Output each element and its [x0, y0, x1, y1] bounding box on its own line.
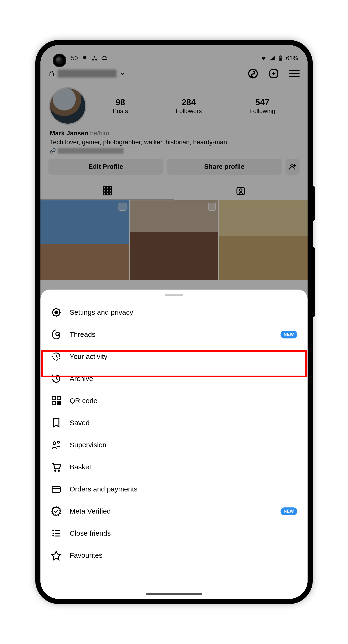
stat-following[interactable]: 547 Following	[249, 98, 275, 115]
camera-punch-hole	[53, 54, 66, 67]
svg-rect-30	[59, 404, 61, 405]
svg-rect-29	[57, 402, 59, 403]
close-friends-icon	[51, 528, 62, 539]
link-icon	[50, 148, 56, 154]
menu-label: QR code	[70, 397, 97, 405]
stat-followers[interactable]: 284 Followers	[176, 98, 202, 115]
qr-icon	[51, 395, 62, 406]
menu-label: Settings and privacy	[70, 308, 133, 316]
bio-text: Tech lover, gamer, photographer, walker,…	[50, 138, 298, 147]
card-icon	[51, 484, 62, 494]
edit-profile-button[interactable]: Edit Profile	[49, 159, 163, 175]
svg-point-23	[240, 189, 242, 191]
svg-rect-37	[52, 486, 61, 492]
menu-label: Orders and payments	[70, 485, 137, 493]
bookmark-icon	[51, 418, 62, 428]
svg-rect-20	[106, 193, 108, 195]
bio: Mark Jansen he/him Tech lover, gamer, ph…	[41, 127, 307, 159]
svg-rect-13	[104, 186, 106, 189]
menu-label: Meta Verified	[70, 507, 111, 515]
gear-icon	[51, 307, 62, 318]
carousel-icon	[119, 202, 127, 210]
power-button	[312, 186, 315, 221]
new-badge: NEW	[280, 331, 297, 338]
post-thumbnail[interactable]	[219, 200, 307, 280]
svg-point-1	[94, 56, 96, 58]
sheet-handle[interactable]	[165, 294, 183, 296]
svg-point-2	[95, 59, 97, 61]
add-friend-button[interactable]	[285, 159, 299, 175]
svg-point-34	[58, 442, 60, 443]
svg-rect-15	[109, 186, 111, 189]
verified-icon	[51, 506, 62, 516]
bottom-sheet: Settings and privacy Threads NEW Your ac…	[41, 290, 307, 599]
svg-rect-31	[57, 404, 59, 405]
svg-rect-6	[50, 73, 54, 76]
tab-grid[interactable]	[41, 182, 174, 200]
volume-button	[312, 247, 315, 317]
display-name: Mark Jansen	[50, 130, 88, 137]
share-icon	[92, 55, 98, 61]
svg-rect-16	[104, 190, 106, 192]
highlight-annotation	[41, 350, 307, 377]
screen: 50 61%	[41, 45, 307, 599]
signal-icon	[269, 55, 275, 61]
bio-link[interactable]	[50, 148, 298, 154]
menu-label: Basket	[70, 463, 91, 471]
grid-icon	[102, 186, 112, 196]
carousel-icon	[208, 202, 216, 210]
svg-point-25	[55, 311, 58, 314]
battery-icon	[277, 55, 283, 61]
menu-label: Threads	[70, 330, 96, 338]
menu-label: Supervision	[70, 441, 107, 449]
menu-basket[interactable]: Basket	[41, 456, 307, 478]
svg-rect-27	[57, 397, 60, 400]
svg-point-0	[92, 59, 94, 61]
wifi-icon	[260, 55, 267, 61]
phone-frame: 50 61%	[35, 40, 313, 604]
username-dropdown[interactable]	[49, 70, 126, 78]
cart-icon	[51, 462, 62, 472]
nav-bar-indicator[interactable]	[146, 593, 202, 595]
cloud-icon	[101, 55, 108, 61]
post-thumbnail[interactable]	[41, 200, 129, 280]
menu-meta-verified[interactable]: Meta Verified NEW	[41, 500, 307, 522]
menu-label: Favourites	[70, 552, 103, 560]
svg-marker-42	[52, 552, 61, 560]
menu-favourites[interactable]: Favourites	[41, 544, 307, 566]
notification-icon	[82, 55, 88, 61]
chevron-down-icon	[119, 70, 126, 76]
menu-label: Close friends	[70, 529, 111, 537]
svg-point-10	[291, 164, 293, 167]
menu-qr-code[interactable]: QR code	[41, 390, 307, 412]
tagged-icon	[236, 186, 246, 196]
status-bar: 50 61%	[41, 50, 307, 64]
menu-orders-payments[interactable]: Orders and payments	[41, 478, 307, 500]
svg-rect-32	[59, 402, 61, 403]
new-badge: NEW	[280, 508, 297, 515]
username-blurred	[58, 70, 117, 78]
menu-supervision[interactable]: Supervision	[41, 434, 307, 456]
lock-icon	[49, 70, 55, 77]
pronouns: he/him	[90, 130, 109, 137]
menu-close-friends[interactable]: Close friends	[41, 522, 307, 544]
svg-point-36	[58, 470, 60, 471]
tab-tagged[interactable]	[174, 182, 307, 200]
hamburger-menu-icon[interactable]	[289, 68, 299, 79]
threads-icon[interactable]	[248, 68, 258, 79]
svg-point-35	[55, 470, 56, 471]
svg-rect-14	[106, 186, 108, 189]
menu-saved[interactable]: Saved	[41, 412, 307, 434]
svg-rect-26	[52, 397, 55, 400]
share-profile-button[interactable]: Share profile	[167, 159, 282, 175]
tab-strip	[41, 182, 307, 200]
menu-threads[interactable]: Threads NEW	[41, 324, 307, 346]
svg-rect-28	[52, 402, 55, 405]
menu-settings-privacy[interactable]: Settings and privacy	[41, 301, 307, 324]
status-time: 50	[71, 54, 78, 62]
post-thumbnail[interactable]	[130, 200, 218, 280]
new-post-icon[interactable]	[268, 68, 279, 79]
avatar[interactable]	[49, 87, 87, 125]
stat-posts[interactable]: 98 Posts	[113, 98, 128, 115]
svg-rect-19	[104, 193, 106, 195]
